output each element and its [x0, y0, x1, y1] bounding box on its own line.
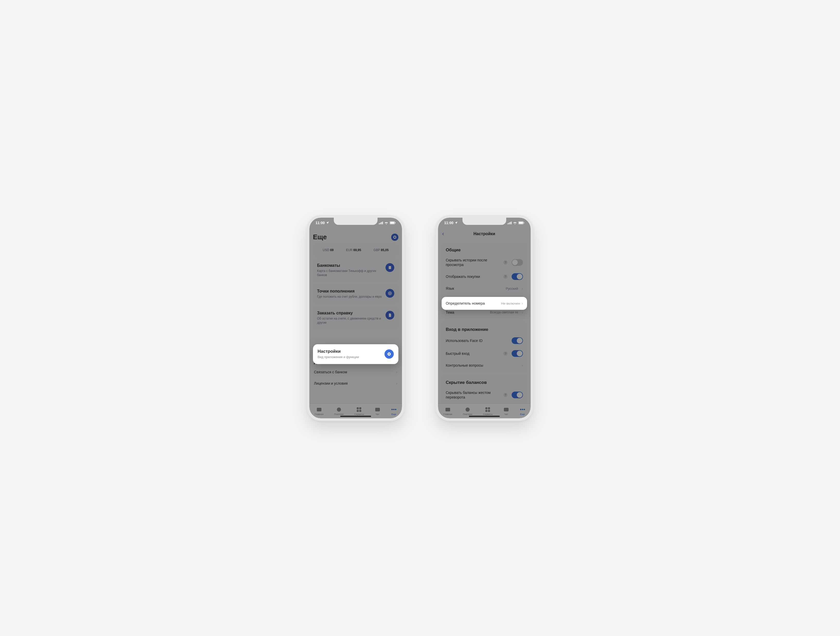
location-icon [326, 221, 329, 224]
wifi-icon [384, 221, 388, 224]
wifi-icon [513, 221, 517, 224]
card-cert-title: Заказать справку [317, 311, 382, 316]
battery-icon [518, 221, 524, 224]
group-balances: Скрытие балансов Скрывать балансы жестом… [442, 376, 527, 403]
setting-theme-label: Тема [446, 310, 488, 315]
card-topup[interactable]: Точки пополнения Где положить на счет ру… [313, 285, 398, 303]
card-topup-title: Точки пополнения [317, 289, 382, 294]
setting-language-label: Язык [446, 286, 503, 291]
setting-show-purchases[interactable]: Отображать покупки ? [442, 270, 527, 283]
rate-eur: EUR 69,95 [346, 248, 361, 252]
switch-hide-balance-gesture[interactable] [512, 391, 523, 398]
svg-rect-11 [508, 223, 509, 224]
tab-services[interactable]: Сервисы [354, 407, 364, 415]
svg-rect-13 [511, 221, 512, 224]
setting-caller-id-value: Не включен [501, 301, 520, 305]
cellular-icon [507, 221, 512, 224]
svg-rect-3 [382, 221, 383, 224]
setting-language[interactable]: Язык Русский › [442, 283, 527, 294]
svg-rect-15 [519, 222, 523, 224]
svg-point-9 [388, 354, 390, 355]
chevron-right-icon: › [396, 370, 397, 374]
setting-security-questions-label: Контрольные вопросы [446, 363, 518, 368]
tab-payments[interactable]: Платежи [463, 407, 472, 415]
tab-more[interactable]: Еще [391, 407, 396, 415]
home-indicator[interactable] [469, 416, 500, 417]
atm-icon [385, 263, 394, 272]
chevron-right-icon: › [396, 381, 397, 385]
help-icon[interactable]: ? [504, 393, 507, 397]
svg-rect-16 [524, 222, 524, 223]
currency-rates-card[interactable]: USD 69 EUR 69,95 GBP 85,05 [313, 245, 398, 256]
svg-rect-1 [380, 223, 381, 224]
setting-caller-id[interactable]: Определитель номера Не включен › [442, 297, 527, 310]
tab-home[interactable]: Главная [444, 407, 452, 415]
help-icon[interactable]: ? [504, 352, 507, 355]
rate-gbp: GBP 85,05 [373, 248, 388, 252]
rate-usd: USD 69 [323, 248, 333, 252]
phone-settings-screen: 11:00 ‹ Настройки Общие Скрывать [436, 215, 533, 421]
switch-show-purchases[interactable] [512, 273, 523, 280]
group-login: Вход в приложение Использовать Face ID Б… [442, 322, 527, 372]
chevron-right-icon: › [522, 301, 523, 306]
svg-rect-10 [507, 223, 508, 224]
setting-hide-balance-gesture-label: Скрывать балансы жестом переворота [446, 390, 501, 399]
cellular-icon [379, 221, 383, 224]
tab-services[interactable]: Сервисы [483, 407, 493, 415]
row-licenses[interactable]: Лицензии и условия › [313, 378, 398, 389]
switch-face-id[interactable] [512, 337, 523, 344]
group-general-heading: Общие [442, 244, 527, 255]
card-topup-sub: Где положить на счет рубли, доллары и ев… [317, 295, 382, 299]
tab-chat[interactable]: Чат [375, 407, 381, 415]
setting-face-id[interactable]: Использовать Face ID [442, 334, 527, 347]
svg-rect-6 [395, 222, 396, 223]
svg-rect-2 [381, 222, 382, 224]
tab-more[interactable]: Еще [519, 407, 525, 415]
setting-theme-value: Всегда светлая те [490, 310, 518, 314]
setting-language-value: Русский [506, 287, 518, 290]
setting-hide-stories[interactable]: Скрывать истории после просмотра ? [442, 255, 527, 270]
switch-fast-login[interactable] [512, 350, 523, 357]
tab-payments[interactable]: Платежи [334, 407, 344, 415]
svg-rect-0 [379, 223, 380, 224]
row-contact-bank[interactable]: Связаться с банком › [313, 366, 398, 378]
tab-home[interactable]: Главная [315, 407, 324, 415]
switch-hide-stories[interactable] [512, 259, 523, 266]
device-notch [334, 218, 377, 225]
row-licenses-label: Лицензии и условия [314, 381, 348, 385]
card-cert-sub: Об остатке на счете, с движением средств… [317, 316, 382, 325]
home-indicator[interactable] [340, 416, 371, 417]
setting-fast-login[interactable]: Быстрый вход ? [442, 347, 527, 360]
row-contact-bank-label: Связаться с банком [314, 370, 347, 374]
nav-title: Настройки [474, 232, 495, 236]
setting-face-id-label: Использовать Face ID [446, 338, 509, 343]
chevron-right-icon: › [522, 363, 523, 368]
status-time: 11:00 [444, 221, 453, 225]
card-atms[interactable]: Банкоматы Карта с банкоматами Тинькофф и… [313, 259, 398, 281]
svg-rect-7 [388, 266, 391, 269]
profile-avatar[interactable] [391, 234, 398, 241]
page-title: Еще [313, 233, 327, 241]
svg-rect-12 [510, 222, 511, 224]
setting-security-questions[interactable]: Контрольные вопросы › [442, 360, 527, 371]
document-icon [385, 311, 394, 320]
chevron-right-icon: › [522, 286, 523, 290]
location-icon [455, 221, 458, 224]
tab-chat[interactable]: Чат [504, 407, 509, 415]
card-settings[interactable]: Настройки Вид приложения и функции [313, 344, 398, 364]
card-settings-sub: Вид приложения и функции [317, 355, 381, 360]
setting-hide-balance-gesture[interactable]: Скрывать балансы жестом переворота ? [442, 387, 527, 402]
help-icon[interactable]: ? [504, 260, 507, 265]
svg-rect-5 [390, 222, 395, 224]
setting-show-purchases-label: Отображать покупки [446, 274, 501, 279]
battery-icon [390, 221, 396, 224]
card-atms-title: Банкоматы [317, 263, 382, 268]
setting-hide-stories-label: Скрывать истории после просмотра [446, 258, 501, 267]
help-icon[interactable]: ? [504, 275, 507, 279]
gear-icon [384, 349, 394, 359]
card-settings-title: Настройки [317, 349, 381, 354]
back-button[interactable]: ‹ [442, 230, 444, 237]
status-time: 11:00 [316, 221, 325, 225]
card-certificate[interactable]: Заказать справку Об остатке на счете, с … [313, 307, 398, 329]
group-balances-heading: Скрытие балансов [442, 376, 527, 387]
